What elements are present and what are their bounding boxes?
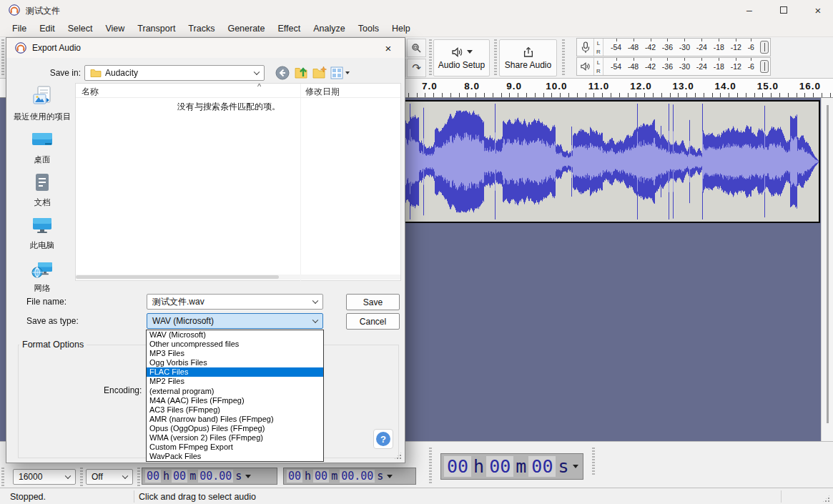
format-option[interactable]: MP3 Files xyxy=(147,349,323,358)
new-folder-button[interactable] xyxy=(312,65,327,81)
menu-select[interactable]: Select xyxy=(61,21,99,36)
save-as-type-combobox[interactable]: WAV (Microsoft) xyxy=(147,313,323,329)
zoom-toggle-button[interactable] xyxy=(407,39,426,57)
share-audio-label: Share Audio xyxy=(505,60,551,70)
menu-effect[interactable]: Effect xyxy=(272,21,307,36)
name-column-header[interactable]: 名称 xyxy=(82,86,99,98)
view-menu-button[interactable] xyxy=(330,65,351,81)
seconds-value[interactable]: 00.00 xyxy=(340,470,375,483)
date-modified-column-header[interactable]: 修改日期 xyxy=(305,86,340,98)
format-option[interactable]: Other uncompressed files xyxy=(147,340,323,349)
recording-meter[interactable]: LR -54-48-42-36-30-24-18-12-6 xyxy=(576,38,771,56)
redo-icon: ↷ xyxy=(412,61,421,74)
meter-scale-label: -36 xyxy=(662,62,673,71)
go-back-button[interactable] xyxy=(275,65,290,81)
toolbar-grip[interactable] xyxy=(592,448,595,476)
format-option[interactable]: MP2 Files xyxy=(147,377,323,386)
format-option[interactable]: AMR (narrow band) Files (FFmpeg) xyxy=(147,415,323,424)
window-resize-grip[interactable] xyxy=(822,494,831,503)
time-format-dropdown-icon[interactable] xyxy=(387,475,393,481)
save-in-combobox[interactable]: Audacity xyxy=(84,65,265,81)
menu-view[interactable]: View xyxy=(99,21,131,36)
seconds-value[interactable]: 00 xyxy=(528,456,556,477)
toolbar-grip[interactable] xyxy=(1,39,4,76)
dialog-title-bar[interactable]: Export Audio × xyxy=(6,38,405,58)
format-option[interactable]: Opus (OggOpus) Files (FFmpeg) xyxy=(147,424,323,433)
toolbar-grip[interactable] xyxy=(562,39,565,76)
seconds-value[interactable]: 00.00 xyxy=(198,470,233,483)
this-pc-icon xyxy=(31,214,54,239)
format-option[interactable]: WMA (version 2) Files (FFmpeg) xyxy=(147,433,323,443)
format-option[interactable]: WAV (Microsoft) xyxy=(147,330,323,340)
format-option[interactable]: Custom FFmpeg Export xyxy=(147,443,323,452)
cancel-button[interactable]: Cancel xyxy=(346,313,400,330)
project-rate-combobox[interactable]: 16000 xyxy=(13,469,76,485)
format-option[interactable]: WavPack Files xyxy=(147,452,323,461)
menu-edit[interactable]: Edit xyxy=(33,21,61,36)
save-button[interactable]: Save xyxy=(346,294,400,310)
dialog-close-button[interactable]: × xyxy=(376,38,400,58)
up-one-level-button[interactable] xyxy=(294,65,310,81)
toolbar-grip[interactable] xyxy=(137,468,140,486)
toolbar-grip[interactable] xyxy=(429,448,432,485)
place-documents[interactable]: 文档 xyxy=(11,169,74,212)
redo-button[interactable]: ↷ xyxy=(407,59,426,77)
horizontal-scrollbar-thumb[interactable] xyxy=(76,275,279,279)
format-option[interactable]: (external program) xyxy=(147,387,323,396)
place-desktop[interactable]: 桌面 xyxy=(11,127,74,169)
toolbar-grip[interactable] xyxy=(494,39,497,76)
status-bar: Stopped. Click and drag to select audio xyxy=(0,488,833,504)
toolbar-grip[interactable] xyxy=(80,468,83,486)
meter-scale-label: -42 xyxy=(645,62,656,71)
place-recent-items[interactable]: 最近使用的项目 xyxy=(11,84,74,127)
help-button[interactable]: ? xyxy=(373,429,393,449)
seconds-unit: s xyxy=(558,456,568,477)
meter-slider-handle[interactable] xyxy=(760,60,769,73)
meter-slider-handle[interactable] xyxy=(760,41,769,54)
file-name-label: File name: xyxy=(26,297,66,307)
menu-help[interactable]: Help xyxy=(385,21,417,36)
format-option[interactable]: Ogg Vorbis Files xyxy=(147,358,323,367)
selection-start-time[interactable]: 00 h 00 m 00.00 s xyxy=(142,468,277,485)
maximize-button[interactable] xyxy=(767,0,800,20)
selection-end-time[interactable]: 00 h 00 m 00.00 s xyxy=(283,468,416,485)
hours-value[interactable]: 00 xyxy=(287,470,302,483)
time-format-dropdown-icon[interactable] xyxy=(245,475,251,481)
horizontal-scrollbar[interactable] xyxy=(76,275,400,280)
place-this-pc[interactable]: 此电脑 xyxy=(11,212,74,255)
close-button[interactable]: × xyxy=(802,0,833,20)
sort-ascending-icon: ^ xyxy=(257,82,261,91)
menu-transport[interactable]: Transport xyxy=(131,21,182,36)
file-list[interactable]: 名称 ^ 修改日期 没有与搜索条件匹配的项。 xyxy=(75,83,401,281)
menu-generate[interactable]: Generate xyxy=(221,21,271,36)
vertical-scrollbar[interactable] xyxy=(821,98,833,441)
toolbar-grip[interactable] xyxy=(429,39,432,76)
file-name-combobox[interactable]: 测试文件.wav xyxy=(147,294,323,310)
toolbar-grip[interactable] xyxy=(1,468,4,486)
meter-scale-label: -42 xyxy=(645,43,656,51)
ruler-tick-label: 16.0 xyxy=(799,81,821,92)
time-format-dropdown-icon[interactable] xyxy=(573,465,578,471)
share-audio-button[interactable]: Share Audio xyxy=(499,39,557,76)
minutes-value[interactable]: 00 xyxy=(486,456,513,477)
place-network[interactable]: 网络 xyxy=(11,255,74,298)
audio-position-time[interactable]: 00 h 00 m 00 s xyxy=(440,453,583,480)
menu-file[interactable]: File xyxy=(6,21,33,36)
vertical-scrollbar-thumb[interactable] xyxy=(827,105,829,423)
format-option[interactable]: AC3 Files (FFmpeg) xyxy=(147,405,323,415)
hours-value[interactable]: 00 xyxy=(145,470,161,483)
audio-setup-button[interactable]: Audio Setup xyxy=(433,39,490,76)
format-option[interactable]: FLAC Files xyxy=(147,367,323,377)
menu-bar: FileEditSelectViewTransportTracksGenerat… xyxy=(0,20,833,37)
snap-to-combobox[interactable]: Off xyxy=(86,469,133,485)
format-option[interactable]: M4A (AAC) Files (FFmpeg) xyxy=(147,396,323,405)
minutes-value[interactable]: 00 xyxy=(172,470,187,483)
menu-tools[interactable]: Tools xyxy=(352,21,385,36)
ruler-tick-label: 7.0 xyxy=(422,81,438,92)
menu-tracks[interactable]: Tracks xyxy=(182,21,221,36)
hours-value[interactable]: 00 xyxy=(444,456,471,477)
playback-meter[interactable]: LR -54-48-42-36-30-24-18-12-6 xyxy=(576,57,771,76)
minimize-button[interactable]: – xyxy=(733,0,766,20)
minutes-value[interactable]: 00 xyxy=(313,470,329,483)
menu-analyze[interactable]: Analyze xyxy=(307,21,351,36)
